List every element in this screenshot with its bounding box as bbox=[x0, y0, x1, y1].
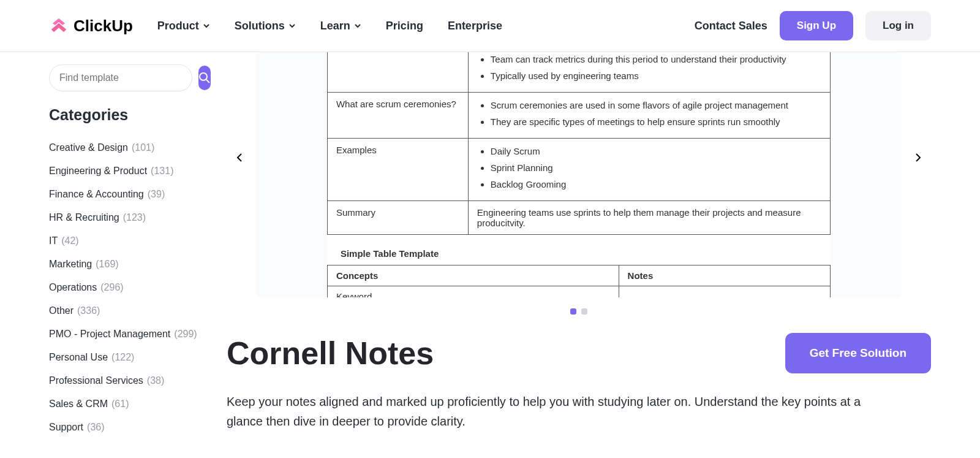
category-item[interactable]: IT(42) bbox=[49, 229, 208, 253]
primary-nav: Product Solutions Learn Pricing Enterpri… bbox=[157, 20, 695, 32]
svg-line-1 bbox=[206, 80, 209, 83]
search-input[interactable] bbox=[49, 64, 192, 91]
category-item[interactable]: Support(36) bbox=[49, 416, 208, 439]
categories-list: Creative & Design(101)Engineering & Prod… bbox=[49, 136, 208, 439]
template-description: Keep your notes aligned and marked up pr… bbox=[227, 392, 888, 431]
get-free-solution-button[interactable]: Get Free Solution bbox=[785, 333, 931, 373]
carousel-dot-1[interactable] bbox=[570, 308, 576, 315]
categories-heading: Categories bbox=[49, 106, 208, 124]
site-header: ClickUp Product Solutions Learn Pricing … bbox=[0, 0, 980, 52]
sidebar: Categories Creative & Design(101)Enginee… bbox=[49, 52, 227, 439]
simple-table-title: Simple Table Template bbox=[341, 248, 831, 259]
category-item[interactable]: Professional Services(38) bbox=[49, 369, 208, 392]
chevron-right-icon bbox=[913, 153, 922, 162]
category-item[interactable]: HR & Recruiting(123) bbox=[49, 206, 208, 229]
contact-sales-link[interactable]: Contact Sales bbox=[695, 20, 767, 32]
preview-card: Team can track metrics during this perio… bbox=[256, 52, 902, 297]
chevron-left-icon bbox=[235, 153, 245, 162]
simple-table: ConceptsNotesKeyword… bbox=[327, 265, 831, 297]
brand-name: ClickUp bbox=[74, 17, 133, 36]
svg-point-0 bbox=[200, 73, 207, 80]
category-item[interactable]: Sales & CRM(61) bbox=[49, 392, 208, 416]
carousel-next-button[interactable] bbox=[910, 150, 925, 165]
category-item[interactable]: Marketing(169) bbox=[49, 253, 208, 276]
signup-button[interactable]: Sign Up bbox=[780, 11, 853, 40]
brand-logo[interactable]: ClickUp bbox=[49, 16, 133, 36]
category-item[interactable]: Finance & Accounting(39) bbox=[49, 183, 208, 206]
category-item[interactable]: PMO - Project Management(299) bbox=[49, 323, 208, 346]
header-actions: Contact Sales Sign Up Log in bbox=[695, 11, 931, 40]
search-button[interactable] bbox=[198, 66, 211, 90]
page-title: Cornell Notes bbox=[227, 335, 434, 372]
chevron-down-icon bbox=[354, 22, 361, 29]
search-icon bbox=[198, 72, 211, 84]
template-preview-carousel: Team can track metrics during this perio… bbox=[227, 52, 931, 297]
preview-document: Team can track metrics during this perio… bbox=[327, 52, 831, 297]
nav-pricing[interactable]: Pricing bbox=[386, 20, 423, 32]
main-content: Team can track metrics during this perio… bbox=[227, 52, 931, 439]
clickup-logo-icon bbox=[49, 16, 69, 36]
nav-solutions[interactable]: Solutions bbox=[235, 20, 296, 32]
nav-learn[interactable]: Learn bbox=[320, 20, 361, 32]
category-item[interactable]: Other(336) bbox=[49, 299, 208, 323]
carousel-dot-2[interactable] bbox=[581, 308, 587, 315]
category-item[interactable]: Operations(296) bbox=[49, 276, 208, 299]
cornell-notes-table: Team can track metrics during this perio… bbox=[327, 52, 831, 235]
category-item[interactable]: Personal Use(122) bbox=[49, 346, 208, 369]
chevron-down-icion bbox=[288, 22, 296, 29]
carousel-dots bbox=[227, 308, 931, 315]
carousel-prev-button[interactable] bbox=[233, 150, 247, 165]
category-item[interactable]: Engineering & Product(131) bbox=[49, 159, 208, 183]
category-item[interactable]: Creative & Design(101) bbox=[49, 136, 208, 159]
chevron-down-icon bbox=[203, 22, 210, 29]
nav-product[interactable]: Product bbox=[157, 20, 210, 32]
nav-enterprise[interactable]: Enterprise bbox=[448, 20, 502, 32]
login-button[interactable]: Log in bbox=[865, 11, 931, 40]
